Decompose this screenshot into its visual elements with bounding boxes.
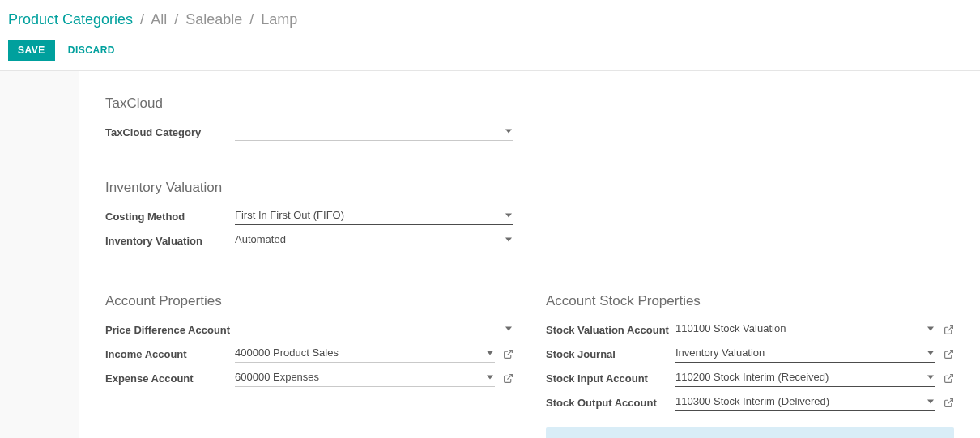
label-price-diff: Price Difference Account	[105, 324, 235, 336]
external-link-icon[interactable]	[944, 325, 954, 335]
section-title: TaxCloud	[105, 96, 954, 112]
section-account-stock-properties: Account Stock Properties Stock Valuation…	[546, 288, 954, 438]
label-expense-account: Expense Account	[105, 372, 235, 385]
field-stock-journal[interactable]: Inventory Valuation	[675, 345, 935, 363]
value-expense-account: 600000 Expenses	[235, 371, 495, 383]
field-costing-method[interactable]: First In First Out (FIFO)	[235, 207, 513, 225]
chevron-down-icon	[505, 213, 512, 217]
chevron-down-icon	[927, 375, 934, 379]
external-link-icon[interactable]	[944, 349, 954, 359]
label-inventory-valuation: Inventory Valuation	[105, 235, 235, 247]
discard-button[interactable]: DISCARD	[68, 45, 115, 56]
chevron-down-icon	[487, 375, 493, 379]
label-costing-method: Costing Method	[105, 210, 235, 223]
field-stock-input[interactable]: 110200 Stock Interim (Received)	[675, 369, 935, 387]
breadcrumb-separator: /	[137, 11, 147, 28]
field-taxcloud-category[interactable]	[235, 123, 513, 141]
label-stock-output: Stock Output Account	[546, 397, 675, 409]
value-stock-valuation: 110100 Stock Valuation	[675, 322, 935, 334]
info-box: Set other input/output accounts on speci…	[546, 427, 954, 438]
label-taxcloud-category: TaxCloud Category	[105, 126, 235, 138]
section-title: Account Properties	[105, 293, 513, 309]
label-stock-input: Stock Input Account	[546, 372, 675, 385]
account-columns: Account Properties Price Difference Acco…	[105, 288, 954, 438]
value-stock-output: 110300 Stock Interim (Delivered)	[675, 395, 935, 407]
breadcrumb-separator: /	[246, 11, 257, 28]
value-stock-input: 110200 Stock Interim (Received)	[675, 371, 935, 383]
section-title: Inventory Valuation	[105, 180, 954, 196]
section-inventory-valuation: Inventory Valuation Costing Method First…	[105, 180, 954, 256]
chevron-down-icon	[505, 326, 512, 330]
form-sheet: TaxCloud TaxCloud Category Inventory Val…	[79, 71, 980, 438]
breadcrumb-separator: /	[171, 11, 181, 28]
field-price-diff[interactable]	[235, 321, 513, 338]
value-costing-method: First In First Out (FIFO)	[235, 209, 513, 221]
field-inventory-valuation[interactable]: Automated	[235, 232, 513, 249]
action-bar: SAVE DISCARD	[8, 40, 972, 70]
save-button[interactable]: SAVE	[8, 40, 55, 61]
chevron-down-icon	[927, 399, 934, 403]
value-stock-journal: Inventory Valuation	[675, 347, 935, 359]
label-income-account: Income Account	[105, 348, 235, 360]
breadcrumb-root[interactable]: Product Categories	[8, 11, 133, 28]
breadcrumb-item: Lamp	[261, 11, 297, 28]
breadcrumb-item: Saleable	[185, 11, 242, 28]
value-income-account: 400000 Product Sales	[235, 347, 495, 359]
chevron-down-icon	[505, 237, 512, 241]
section-account-properties: Account Properties Price Difference Acco…	[105, 288, 513, 438]
label-stock-journal: Stock Journal	[546, 348, 675, 360]
value-inventory-valuation: Automated	[235, 233, 513, 245]
external-link-icon[interactable]	[944, 373, 954, 384]
header: Product Categories / All / Saleable / La…	[0, 0, 980, 71]
chevron-down-icon	[505, 129, 512, 133]
breadcrumb-item: All	[151, 11, 167, 28]
chevron-down-icon	[487, 351, 493, 355]
left-gutter	[0, 71, 79, 438]
field-stock-output[interactable]: 110300 Stock Interim (Delivered)	[675, 393, 935, 411]
chevron-down-icon	[927, 351, 934, 355]
field-stock-valuation[interactable]: 110100 Stock Valuation	[675, 321, 935, 338]
field-expense-account[interactable]: 600000 Expenses	[235, 369, 495, 387]
external-link-icon[interactable]	[503, 373, 513, 384]
chevron-down-icon	[927, 326, 934, 330]
section-taxcloud: TaxCloud TaxCloud Category	[105, 96, 954, 147]
external-link-icon[interactable]	[503, 349, 513, 359]
external-link-icon[interactable]	[944, 398, 954, 408]
field-income-account[interactable]: 400000 Product Sales	[235, 345, 495, 363]
section-title: Account Stock Properties	[546, 293, 954, 309]
breadcrumb: Product Categories / All / Saleable / La…	[8, 11, 972, 28]
label-stock-valuation: Stock Valuation Account	[546, 324, 675, 336]
